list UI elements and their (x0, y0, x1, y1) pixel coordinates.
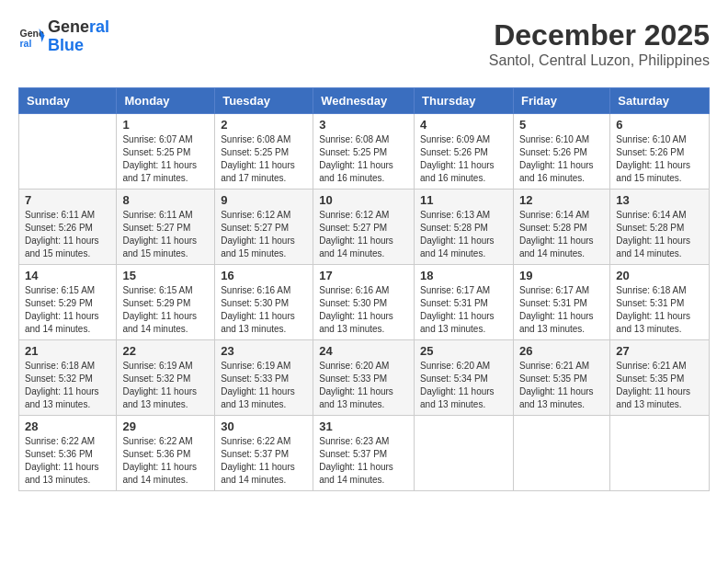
calendar-cell: 13Sunrise: 6:14 AMSunset: 5:28 PMDayligh… (610, 190, 710, 265)
day-number: 29 (122, 419, 209, 433)
logo-text: General Blue (48, 18, 109, 55)
calendar-cell: 11Sunrise: 6:13 AMSunset: 5:28 PMDayligh… (415, 190, 514, 265)
day-number: 17 (319, 269, 408, 282)
title-section: December 2025 Santol, Central Luzon, Phi… (489, 18, 710, 69)
calendar-cell: 31Sunrise: 6:23 AMSunset: 5:37 PMDayligh… (313, 416, 415, 491)
calendar-cell: 7Sunrise: 6:11 AMSunset: 5:26 PMDaylight… (19, 190, 117, 265)
calendar-table: SundayMondayTuesdayWednesdayThursdayFrid… (18, 87, 710, 491)
day-number: 25 (420, 344, 507, 358)
day-info: Sunrise: 6:19 AMSunset: 5:33 PMDaylight:… (221, 360, 307, 411)
day-number: 3 (319, 118, 408, 132)
day-info: Sunrise: 6:14 AMSunset: 5:28 PMDaylight:… (519, 209, 604, 260)
day-info: Sunrise: 6:19 AMSunset: 5:32 PMDaylight:… (122, 360, 209, 411)
day-info: Sunrise: 6:22 AMSunset: 5:37 PMDaylight:… (221, 435, 307, 487)
calendar-cell (513, 416, 609, 491)
day-info: Sunrise: 6:09 AMSunset: 5:26 PMDaylight:… (420, 133, 507, 185)
day-number: 19 (519, 269, 604, 282)
svg-text:ral: ral (20, 37, 32, 48)
day-number: 14 (25, 269, 110, 282)
calendar-week-row: 7Sunrise: 6:11 AMSunset: 5:26 PMDaylight… (19, 190, 710, 265)
day-info: Sunrise: 6:14 AMSunset: 5:28 PMDaylight:… (616, 209, 703, 260)
calendar-week-row: 21Sunrise: 6:18 AMSunset: 5:32 PMDayligh… (19, 340, 710, 416)
calendar-cell: 9Sunrise: 6:12 AMSunset: 5:27 PMDaylight… (215, 190, 313, 265)
day-info: Sunrise: 6:23 AMSunset: 5:37 PMDaylight:… (319, 435, 408, 487)
calendar-cell: 15Sunrise: 6:15 AMSunset: 5:29 PMDayligh… (117, 265, 215, 340)
location-title: Santol, Central Luzon, Philippines (489, 52, 710, 69)
day-info: Sunrise: 6:15 AMSunset: 5:29 PMDaylight:… (122, 284, 209, 336)
calendar-cell: 1Sunrise: 6:07 AMSunset: 5:25 PMDaylight… (117, 114, 215, 190)
day-number: 7 (25, 193, 110, 207)
day-info: Sunrise: 6:08 AMSunset: 5:25 PMDaylight:… (221, 133, 307, 185)
day-info: Sunrise: 6:16 AMSunset: 5:30 PMDaylight:… (319, 284, 408, 336)
day-number: 23 (221, 344, 307, 358)
day-number: 21 (25, 344, 110, 358)
calendar-cell: 3Sunrise: 6:08 AMSunset: 5:25 PMDaylight… (313, 114, 415, 190)
day-number: 8 (122, 193, 209, 207)
calendar-cell (415, 416, 514, 491)
day-info: Sunrise: 6:10 AMSunset: 5:26 PMDaylight:… (616, 133, 703, 185)
day-number: 27 (616, 344, 703, 358)
weekday-header: Thursday (415, 88, 514, 114)
day-number: 5 (519, 118, 604, 132)
calendar-cell: 2Sunrise: 6:08 AMSunset: 5:25 PMDaylight… (215, 114, 313, 190)
calendar-week-row: 14Sunrise: 6:15 AMSunset: 5:29 PMDayligh… (19, 265, 710, 340)
calendar-cell: 10Sunrise: 6:12 AMSunset: 5:27 PMDayligh… (313, 190, 415, 265)
weekday-header: Monday (117, 88, 215, 114)
weekday-header: Sunday (19, 88, 117, 114)
calendar-week-row: 1Sunrise: 6:07 AMSunset: 5:25 PMDaylight… (19, 114, 710, 190)
calendar-cell: 5Sunrise: 6:10 AMSunset: 5:26 PMDaylight… (513, 114, 609, 190)
day-info: Sunrise: 6:20 AMSunset: 5:34 PMDaylight:… (420, 360, 507, 411)
day-info: Sunrise: 6:11 AMSunset: 5:26 PMDaylight:… (25, 209, 110, 260)
calendar-cell: 16Sunrise: 6:16 AMSunset: 5:30 PMDayligh… (215, 265, 313, 340)
calendar-cell: 6Sunrise: 6:10 AMSunset: 5:26 PMDaylight… (610, 114, 710, 190)
page-header: Gene ral General Blue December 2025 Sant… (18, 18, 710, 78)
month-title: December 2025 (489, 18, 710, 52)
calendar-cell: 21Sunrise: 6:18 AMSunset: 5:32 PMDayligh… (19, 340, 117, 416)
calendar-cell: 17Sunrise: 6:16 AMSunset: 5:30 PMDayligh… (313, 265, 415, 340)
day-number: 12 (519, 193, 604, 207)
day-number: 15 (122, 269, 209, 282)
day-number: 10 (319, 193, 408, 207)
weekday-header: Tuesday (215, 88, 313, 114)
day-number: 16 (221, 269, 307, 282)
day-number: 31 (319, 419, 408, 433)
calendar-cell: 20Sunrise: 6:18 AMSunset: 5:31 PMDayligh… (610, 265, 710, 340)
day-number: 24 (319, 344, 408, 358)
day-number: 18 (420, 269, 507, 282)
calendar-cell: 22Sunrise: 6:19 AMSunset: 5:32 PMDayligh… (117, 340, 215, 416)
day-info: Sunrise: 6:15 AMSunset: 5:29 PMDaylight:… (25, 284, 110, 336)
calendar-cell: 8Sunrise: 6:11 AMSunset: 5:27 PMDaylight… (117, 190, 215, 265)
day-info: Sunrise: 6:11 AMSunset: 5:27 PMDaylight:… (122, 209, 209, 260)
day-info: Sunrise: 6:22 AMSunset: 5:36 PMDaylight:… (25, 435, 110, 487)
calendar-cell: 14Sunrise: 6:15 AMSunset: 5:29 PMDayligh… (19, 265, 117, 340)
day-info: Sunrise: 6:17 AMSunset: 5:31 PMDaylight:… (519, 284, 604, 336)
day-number: 1 (122, 118, 209, 132)
day-info: Sunrise: 6:08 AMSunset: 5:25 PMDaylight:… (319, 133, 408, 185)
calendar-cell (610, 416, 710, 491)
day-info: Sunrise: 6:21 AMSunset: 5:35 PMDaylight:… (616, 360, 703, 411)
day-info: Sunrise: 6:12 AMSunset: 5:27 PMDaylight:… (221, 209, 307, 260)
day-number: 30 (221, 419, 307, 433)
day-info: Sunrise: 6:18 AMSunset: 5:32 PMDaylight:… (25, 360, 110, 411)
calendar-cell: 23Sunrise: 6:19 AMSunset: 5:33 PMDayligh… (215, 340, 313, 416)
calendar-cell: 25Sunrise: 6:20 AMSunset: 5:34 PMDayligh… (415, 340, 514, 416)
day-number: 28 (25, 419, 110, 433)
calendar-cell: 18Sunrise: 6:17 AMSunset: 5:31 PMDayligh… (415, 265, 514, 340)
day-number: 11 (420, 193, 507, 207)
weekday-header: Friday (513, 88, 609, 114)
calendar-cell: 26Sunrise: 6:21 AMSunset: 5:35 PMDayligh… (513, 340, 609, 416)
logo-icon: Gene ral (18, 23, 46, 51)
day-info: Sunrise: 6:07 AMSunset: 5:25 PMDaylight:… (122, 133, 209, 185)
calendar-cell: 24Sunrise: 6:20 AMSunset: 5:33 PMDayligh… (313, 340, 415, 416)
day-info: Sunrise: 6:12 AMSunset: 5:27 PMDaylight:… (319, 209, 408, 260)
day-number: 6 (616, 118, 703, 132)
day-number: 9 (221, 193, 307, 207)
calendar-cell: 19Sunrise: 6:17 AMSunset: 5:31 PMDayligh… (513, 265, 609, 340)
weekday-header: Wednesday (313, 88, 415, 114)
calendar-cell (19, 114, 117, 190)
calendar-cell: 27Sunrise: 6:21 AMSunset: 5:35 PMDayligh… (610, 340, 710, 416)
day-number: 4 (420, 118, 507, 132)
logo: Gene ral General Blue (18, 18, 109, 55)
day-info: Sunrise: 6:18 AMSunset: 5:31 PMDaylight:… (616, 284, 703, 336)
day-info: Sunrise: 6:17 AMSunset: 5:31 PMDaylight:… (420, 284, 507, 336)
